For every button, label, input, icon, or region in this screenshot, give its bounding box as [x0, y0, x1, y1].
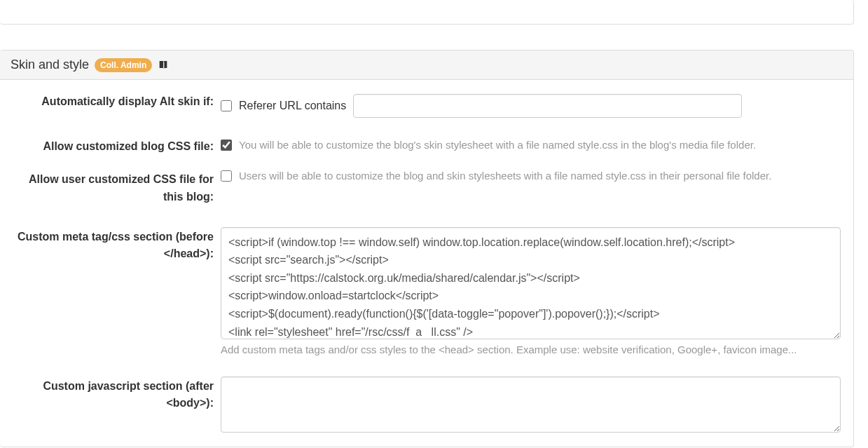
textarea-custom-head[interactable] — [221, 227, 841, 339]
checkbox-referer-url[interactable] — [221, 100, 232, 111]
checkbox-allow-blog-css[interactable] — [221, 140, 232, 151]
textarea-custom-body[interactable] — [221, 376, 841, 433]
coll-admin-badge: Coll. Admin — [95, 58, 152, 72]
label-allow-blog-css: Allow customized blog CSS file: — [11, 139, 221, 153]
label-allow-user-css: Allow user customized CSS file for this … — [11, 170, 221, 206]
previous-panel-bottom — [0, 0, 854, 25]
panel-title: Skin and style — [11, 57, 89, 72]
row-allow-blog-css: Allow customized blog CSS file: You will… — [11, 139, 843, 153]
row-allow-user-css: Allow user customized CSS file for this … — [11, 170, 843, 206]
help-allow-blog-css: You will be able to customize the blog's… — [239, 139, 756, 151]
row-alt-skin: Automatically display Alt skin if: Refer… — [11, 94, 843, 118]
input-referer-url[interactable] — [353, 94, 742, 118]
row-custom-head: Custom meta tag/css section (before </he… — [11, 227, 843, 355]
skin-and-style-panel: Skin and style Coll. Admin Automatically… — [0, 50, 854, 447]
label-alt-skin: Automatically display Alt skin if: — [11, 94, 221, 108]
row-custom-body: Custom javascript section (after <body>)… — [11, 376, 843, 433]
help-allow-user-css: Users will be able to customize the blog… — [239, 170, 771, 182]
help-custom-head: Add custom meta tags and/or css styles t… — [221, 344, 843, 355]
checkbox-label-referer: Referer URL contains — [239, 100, 346, 112]
panel-body: Automatically display Alt skin if: Refer… — [0, 80, 853, 447]
checkbox-allow-user-css[interactable] — [221, 170, 232, 182]
label-custom-body: Custom javascript section (after <body>)… — [11, 376, 221, 413]
book-icon[interactable] — [158, 60, 169, 71]
label-custom-head: Custom meta tag/css section (before </he… — [11, 227, 221, 264]
panel-header: Skin and style Coll. Admin — [0, 50, 853, 80]
